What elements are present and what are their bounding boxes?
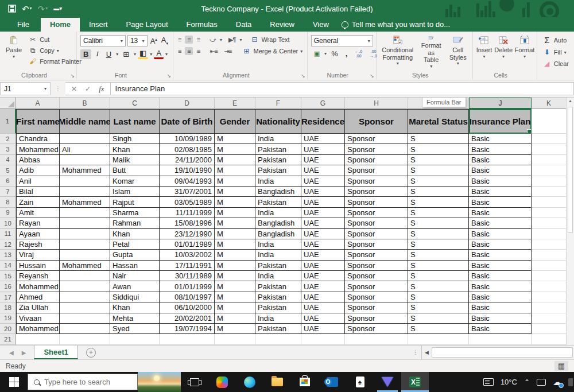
insert-cells-button[interactable]: Insert▾ xyxy=(475,34,494,71)
cell-E20[interactable]: M xyxy=(215,324,255,334)
cell-K6[interactable] xyxy=(532,176,566,187)
hidden-icons-chevron[interactable]: ⌃ xyxy=(524,378,530,386)
column-header-B[interactable]: B xyxy=(60,98,110,109)
cell-D13[interactable]: 10/03/2002 xyxy=(160,250,215,260)
cell-C1[interactable]: Last name xyxy=(110,109,160,134)
cell-A15[interactable]: Reyansh xyxy=(16,271,60,281)
cell-H5[interactable]: Sponsor xyxy=(345,165,408,176)
tab-data[interactable]: Data xyxy=(227,18,261,32)
start-button[interactable] xyxy=(0,372,28,392)
microsoft-store-button[interactable] xyxy=(291,372,319,392)
cell-A10[interactable]: Rayan xyxy=(16,218,60,228)
cell-J1[interactable]: Insurance Plan xyxy=(469,109,532,134)
cell-D6[interactable]: 09/04/1993 xyxy=(160,176,215,187)
cell-G4[interactable]: UAE xyxy=(301,155,345,165)
cell-G15[interactable]: UAE xyxy=(301,271,345,281)
cell-A11[interactable]: Ayaan xyxy=(16,229,60,239)
cell-F9[interactable]: India xyxy=(255,208,301,218)
cell-I11[interactable]: S xyxy=(408,229,469,239)
cell-J8[interactable]: Basic xyxy=(469,197,532,207)
cell-I17[interactable]: S xyxy=(408,292,469,302)
cell-J9[interactable]: Basic xyxy=(469,208,532,218)
cell-H11[interactable]: Sponsor xyxy=(345,229,408,239)
news-tray-icon[interactable] xyxy=(483,378,494,386)
cell-A7[interactable]: Bilal xyxy=(16,187,60,197)
cell-G19[interactable]: UAE xyxy=(301,313,345,324)
cell-F18[interactable]: Pakistan xyxy=(255,302,301,313)
cell-I2[interactable]: S xyxy=(408,134,469,144)
cell-E8[interactable]: M xyxy=(215,197,255,207)
namebox-dropdown-arrow[interactable]: ▾ xyxy=(44,86,46,91)
tab-page-layout[interactable]: Page Layout xyxy=(117,18,177,32)
cell-C15[interactable]: Nair xyxy=(110,271,160,281)
tab-scroll-splitter[interactable]: ⋮ xyxy=(409,346,421,359)
name-box[interactable]: J1▾ xyxy=(0,82,51,95)
cell-I13[interactable]: S xyxy=(408,250,469,260)
cell-B2[interactable] xyxy=(60,134,110,144)
temperature-readout[interactable]: 10°C xyxy=(501,378,517,386)
cell-E9[interactable]: M xyxy=(215,208,255,218)
cell-F15[interactable]: India xyxy=(255,271,301,281)
cell-E4[interactable]: M xyxy=(215,155,255,165)
cell-B9[interactable] xyxy=(60,208,110,218)
tablet-mode-icon[interactable] xyxy=(537,379,546,386)
increase-font-icon[interactable]: A▴ xyxy=(149,37,158,45)
cell-B14[interactable]: Mohammed xyxy=(60,261,110,271)
cell-B20[interactable] xyxy=(60,324,110,334)
cell-H10[interactable]: Sponsor xyxy=(345,218,408,228)
font-color-button[interactable]: A xyxy=(154,49,164,59)
cell-B10[interactable] xyxy=(60,218,110,228)
borders-button[interactable]: ⊞ xyxy=(120,49,132,59)
cell-I6[interactable]: S xyxy=(408,176,469,187)
cell-J20[interactable]: Basic xyxy=(469,324,532,334)
vertical-scroll-thumb[interactable] xyxy=(568,107,573,233)
new-sheet-icon[interactable]: + xyxy=(86,348,96,358)
cell-K8[interactable] xyxy=(532,197,566,207)
cell-C7[interactable]: Islam xyxy=(110,187,160,197)
cell-C19[interactable]: Mehta xyxy=(110,313,160,324)
cell-D8[interactable]: 03/05/1989 xyxy=(160,197,215,207)
row-header-19[interactable]: 19 xyxy=(0,313,16,324)
format-painter-button[interactable]: 🖌Format Painter xyxy=(26,57,83,66)
cell-I18[interactable]: S xyxy=(408,302,469,313)
cell-G11[interactable]: UAE xyxy=(301,229,345,239)
cell-K18[interactable] xyxy=(532,302,566,313)
cell-G21[interactable] xyxy=(301,334,345,344)
cell-B8[interactable]: Mohammed xyxy=(60,197,110,207)
row-header-7[interactable]: 7 xyxy=(0,187,16,197)
cell-B6[interactable] xyxy=(60,176,110,187)
tab-formulas[interactable]: Formulas xyxy=(177,18,227,32)
row-header-1[interactable]: 1 xyxy=(0,109,16,134)
font-family-select[interactable]: Calibri▾ xyxy=(80,35,126,46)
cut-button[interactable]: ✂Cut xyxy=(26,35,83,44)
cell-A21[interactable] xyxy=(16,334,60,344)
column-header-G[interactable]: G xyxy=(301,98,345,109)
cell-F8[interactable]: Pakistan xyxy=(255,197,301,207)
task-view-button[interactable] xyxy=(181,372,208,392)
cell-B13[interactable] xyxy=(60,250,110,260)
cell-E16[interactable]: M xyxy=(215,281,255,292)
cell-B1[interactable]: Middle name xyxy=(60,109,110,134)
onedrive-icon[interactable]: ☁ xyxy=(553,377,561,387)
cell-D9[interactable]: 11/11/1999 xyxy=(160,208,215,218)
column-header-F[interactable]: F xyxy=(255,98,301,109)
fill-button[interactable]: ⬇Fill▾ xyxy=(541,48,571,57)
cell-C14[interactable]: Hassan xyxy=(110,261,160,271)
cell-H2[interactable]: Sponsor xyxy=(345,134,408,144)
cell-D2[interactable]: 10/09/1989 xyxy=(160,134,215,144)
cell-H19[interactable]: Sponsor xyxy=(345,313,408,324)
comma-style-icon[interactable]: , xyxy=(343,49,351,59)
cell-H14[interactable]: Sponsor xyxy=(345,261,408,271)
cell-J19[interactable]: Basic xyxy=(469,313,532,324)
cell-C3[interactable]: Khan xyxy=(110,144,160,154)
cell-C17[interactable]: Siddiqui xyxy=(110,292,160,302)
cell-D11[interactable]: 23/12/1990 xyxy=(160,229,215,239)
align-center-icon[interactable]: ≡ xyxy=(185,47,192,55)
cell-K19[interactable] xyxy=(532,313,566,324)
delete-cells-button[interactable]: Delete▾ xyxy=(493,34,514,71)
cell-I9[interactable]: S xyxy=(408,208,469,218)
row-header-15[interactable]: 15 xyxy=(0,271,16,281)
cell-D16[interactable]: 01/01/1999 xyxy=(160,281,215,292)
cell-I15[interactable]: S xyxy=(408,271,469,281)
cell-J12[interactable]: Basic xyxy=(469,239,532,250)
